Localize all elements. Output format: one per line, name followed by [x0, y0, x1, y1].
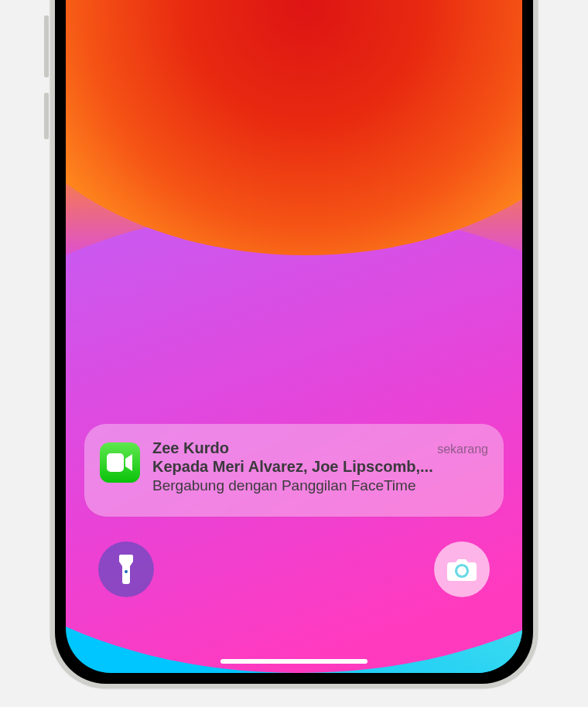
- facetime-icon: [100, 442, 140, 483]
- lock-screen: Zee Kurdo sekarang Kepada Meri Alvarez, …: [66, 0, 522, 673]
- notification-content: Zee Kurdo sekarang Kepada Meri Alvarez, …: [152, 439, 488, 494]
- notification-body: Bergabung dengan Panggilan FaceTime: [152, 477, 488, 494]
- camera-button[interactable]: [434, 541, 490, 597]
- home-indicator[interactable]: [220, 659, 368, 664]
- quick-actions: [98, 541, 490, 597]
- svg-rect-0: [107, 453, 124, 472]
- notification-timestamp: sekarang: [437, 442, 488, 456]
- volume-button[interactable]: [44, 93, 49, 139]
- volume-button[interactable]: [44, 15, 49, 77]
- notification-recipients: Kepada Meri Alvarez, Joe Lipscomb,...: [152, 458, 488, 476]
- flashlight-button[interactable]: [98, 541, 154, 597]
- notification-card[interactable]: Zee Kurdo sekarang Kepada Meri Alvarez, …: [84, 424, 504, 517]
- camera-icon: [447, 558, 477, 581]
- phone-frame: Zee Kurdo sekarang Kepada Meri Alvarez, …: [50, 0, 538, 688]
- svg-point-1: [125, 570, 128, 573]
- notification-sender: Zee Kurdo: [152, 439, 229, 457]
- phone-bezel: Zee Kurdo sekarang Kepada Meri Alvarez, …: [55, 0, 533, 684]
- flashlight-icon: [118, 555, 135, 584]
